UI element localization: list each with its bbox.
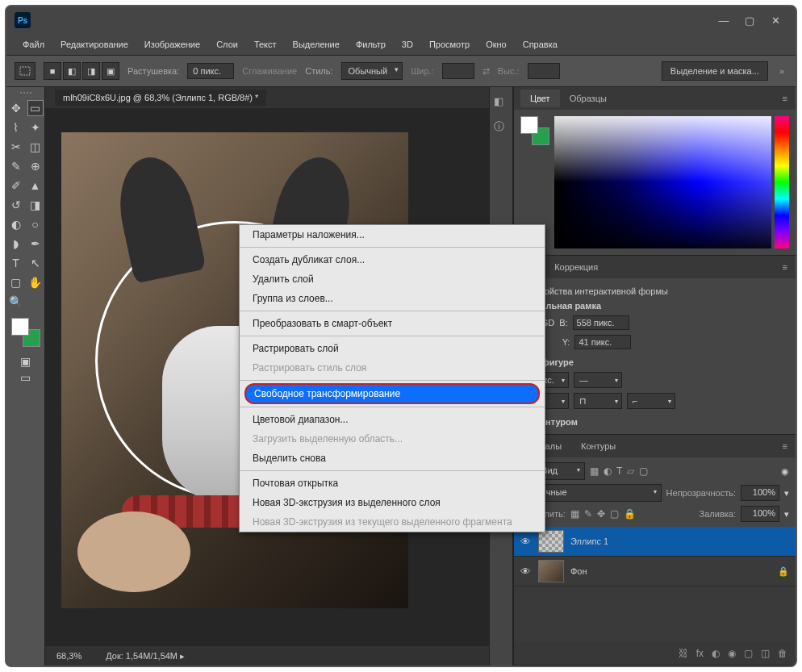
menu-Изображение[interactable]: Изображение <box>136 36 208 52</box>
menu-Файл[interactable]: Файл <box>15 36 52 52</box>
filter-smart-icon[interactable]: ▢ <box>639 465 648 477</box>
close-button[interactable]: ✕ <box>770 15 781 26</box>
group-icon[interactable]: ▢ <box>744 648 753 659</box>
ctx-item[interactable]: Группа из слоев... <box>240 289 545 308</box>
layer-row[interactable]: 👁 Эллипс 1 <box>514 527 796 557</box>
menu-Справка[interactable]: Справка <box>515 36 566 52</box>
quickmask-toggle[interactable]: ▣ <box>18 353 34 369</box>
shape-tool[interactable]: ▢ <box>8 274 24 290</box>
ctx-item[interactable]: Цветовой диапазон... <box>240 410 545 429</box>
gradient-tool[interactable]: ◐ <box>8 216 24 232</box>
eraser-tool[interactable]: ◨ <box>27 197 44 213</box>
feather-input[interactable] <box>187 63 234 79</box>
wand-tool[interactable]: ✦ <box>27 119 44 136</box>
stamp-tool[interactable]: ▲ <box>27 177 44 194</box>
link-layers-icon[interactable]: ⛓ <box>679 648 688 659</box>
eyedropper-tool[interactable]: ✎ <box>8 158 24 174</box>
visibility-toggle[interactable]: 👁 <box>520 536 532 548</box>
maximize-button[interactable]: ▢ <box>744 15 755 26</box>
color-spectrum[interactable] <box>554 116 771 248</box>
document-tab[interactable]: mlh09iC8x6U.jpg @ 68,3% (Эллипс 1, RGB/8… <box>55 90 266 106</box>
tool-preset[interactable] <box>15 62 36 80</box>
menu-3D[interactable]: 3D <box>394 36 421 52</box>
tab-swatches[interactable]: Образцы <box>560 90 616 107</box>
filter-toggle[interactable]: ◉ <box>781 466 789 477</box>
color-panel-icon[interactable]: ◧ <box>494 95 508 110</box>
pen-tool[interactable]: ✒ <box>27 236 44 252</box>
lock-artboard-icon[interactable]: ▢ <box>610 508 619 520</box>
ctx-item[interactable]: Преобразовать в смарт-объект <box>240 314 545 333</box>
layer-thumb[interactable] <box>538 530 564 553</box>
menu-Выделение[interactable]: Выделение <box>285 36 348 52</box>
frame-tool[interactable]: ◫ <box>27 139 44 155</box>
zoom-level[interactable]: 68,3% <box>56 651 81 661</box>
hand-tool[interactable]: ✋ <box>27 274 44 290</box>
tab-paths[interactable]: Контуры <box>571 437 625 455</box>
fg-color[interactable] <box>11 318 29 336</box>
visibility-toggle[interactable]: 👁 <box>520 566 532 578</box>
menu-Редактирование[interactable]: Редактирование <box>52 36 136 52</box>
layer-thumb[interactable] <box>538 560 564 582</box>
width-value[interactable] <box>573 315 629 330</box>
menu-Слои[interactable]: Слои <box>208 36 246 52</box>
text-tool[interactable]: T <box>8 255 24 271</box>
ctx-item[interactable]: Параметры наложения... <box>240 225 545 244</box>
minimize-button[interactable]: — <box>718 15 729 26</box>
filter-adj-icon[interactable]: ◐ <box>604 465 612 477</box>
lasso-tool[interactable]: ⌇ <box>8 119 24 136</box>
ctx-item[interactable]: Растрировать слой <box>240 339 545 358</box>
ctx-item[interactable]: Свободное трансформирование <box>244 383 540 404</box>
mask-icon[interactable]: ◐ <box>712 648 720 659</box>
color-swatches[interactable] <box>11 318 40 347</box>
dodge-tool[interactable]: ◗ <box>8 236 24 252</box>
sel-add[interactable]: ◧ <box>63 62 81 80</box>
stroke-style[interactable]: — <box>574 372 622 388</box>
ctx-item[interactable]: Почтовая открытка <box>240 474 545 493</box>
history-brush-tool[interactable]: ↺ <box>8 197 24 213</box>
fill-value[interactable]: 100% <box>741 506 779 522</box>
menu-Просмотр[interactable]: Просмотр <box>421 36 478 52</box>
sel-sub[interactable]: ◨ <box>82 62 100 80</box>
panel-menu-icon[interactable]: ≡ <box>775 441 796 451</box>
layer-row[interactable]: 👁 Фон 🔒 <box>514 557 796 586</box>
hue-slider[interactable] <box>775 116 789 248</box>
panel-menu-icon[interactable]: ≡ <box>775 262 796 272</box>
ctx-item[interactable]: Новая 3D-экструзия из выделенного слоя <box>240 493 545 512</box>
sel-int[interactable]: ▣ <box>102 62 119 80</box>
crop-tool[interactable]: ✂ <box>8 139 24 155</box>
ctx-item[interactable]: Удалить слой <box>240 269 545 289</box>
height-input[interactable] <box>528 63 560 79</box>
filter-shape-icon[interactable]: ▱ <box>627 465 634 477</box>
opacity-value[interactable]: 100% <box>741 485 779 501</box>
ctx-item[interactable]: Создать дубликат слоя... <box>240 250 545 269</box>
lock-all-icon[interactable]: 🔒 <box>624 508 636 520</box>
new-layer-icon[interactable]: ◫ <box>761 648 770 659</box>
path-tool[interactable]: ↖ <box>27 255 44 271</box>
menu-Текст[interactable]: Текст <box>246 36 285 52</box>
menu-Фильтр[interactable]: Фильтр <box>348 36 394 52</box>
ctx-item[interactable]: Выделить снова <box>240 449 545 468</box>
lock-trans-icon[interactable]: ▦ <box>570 508 579 520</box>
tab-color[interactable]: Цвет <box>520 90 560 107</box>
fx-icon[interactable]: fx <box>696 648 704 659</box>
heal-tool[interactable]: ⊕ <box>27 158 44 174</box>
select-mask-button[interactable]: Выделение и маска... <box>662 61 768 81</box>
brush-tool[interactable]: ✐ <box>8 177 24 194</box>
filter-img-icon[interactable]: ▦ <box>590 465 599 477</box>
width-input[interactable] <box>442 63 474 79</box>
caps-drop[interactable]: ⊓ <box>574 393 622 409</box>
lock-move-icon[interactable]: ✥ <box>597 508 605 520</box>
zoom-tool[interactable]: 🔍 <box>8 294 24 310</box>
adjust-icon[interactable]: ◉ <box>728 648 736 659</box>
screenmode-toggle[interactable]: ▭ <box>18 369 34 386</box>
delete-icon[interactable]: 🗑 <box>778 648 787 659</box>
y-value[interactable] <box>574 335 631 349</box>
tab-correction[interactable]: Коррекция <box>545 258 608 276</box>
marquee-tool[interactable]: ▭ <box>27 100 44 116</box>
blur-tool[interactable]: ○ <box>27 216 44 232</box>
layer-name[interactable]: Фон <box>570 566 587 576</box>
corner-drop[interactable]: ⌐ <box>627 393 675 409</box>
lock-brush-icon[interactable]: ✎ <box>584 508 592 520</box>
layer-name[interactable]: Эллипс 1 <box>570 536 608 546</box>
filter-text-icon[interactable]: T <box>616 465 622 477</box>
